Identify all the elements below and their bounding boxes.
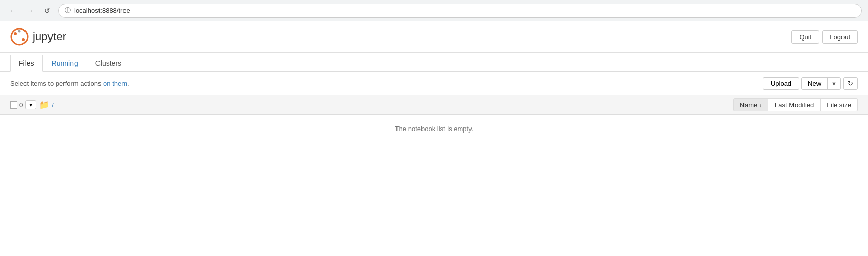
select-highlight: on them (103, 80, 127, 87)
reload-button[interactable]: ↺ (41, 4, 54, 17)
page-content: jupyter Quit Logout Files Running Cluste… (0, 21, 868, 143)
new-button[interactable]: New (802, 78, 828, 89)
forward-button[interactable]: → (23, 4, 37, 17)
breadcrumb-folder[interactable]: 📁 / (39, 100, 54, 110)
jupyter-header: jupyter Quit Logout (0, 21, 868, 53)
tabs-bar: Files Running Clusters (0, 55, 868, 72)
select-message: Select items to perform actions on them. (10, 80, 129, 87)
svg-point-2 (22, 38, 25, 41)
new-dropdown-button[interactable]: ▼ (828, 78, 840, 89)
tab-clusters[interactable]: Clusters (87, 55, 130, 72)
breadcrumb-path: / (52, 101, 54, 109)
checkbox-area: 0 ▼ (10, 100, 36, 109)
sort-name-button[interactable]: Name ↓ (733, 98, 768, 111)
sort-modified-button[interactable]: Last Modified (768, 98, 821, 111)
browser-chrome: ← → ↺ ⓘ localhost:8888/tree (0, 0, 868, 21)
count-badge: 0 (19, 101, 23, 109)
refresh-button[interactable]: ↻ (843, 77, 858, 90)
header-buttons: Quit Logout (791, 30, 858, 44)
jupyter-logo: jupyter (10, 28, 66, 46)
svg-point-1 (14, 32, 17, 35)
count-dropdown-button[interactable]: ▼ (25, 100, 36, 109)
select-all-checkbox[interactable] (10, 101, 17, 109)
url-text: localhost:8888/tree (74, 7, 130, 14)
jupyter-logo-text: jupyter (33, 30, 66, 43)
back-button[interactable]: ← (6, 4, 19, 17)
toolbar-area: Select items to perform actions on them.… (0, 72, 868, 95)
file-list-right: Name ↓ Last Modified File size (733, 98, 858, 111)
new-button-group: New ▼ (801, 77, 841, 90)
tab-running[interactable]: Running (43, 55, 87, 72)
file-list-header: 0 ▼ 📁 / Name ↓ Last Modified File size (0, 95, 868, 115)
security-icon: ⓘ (65, 6, 71, 15)
logout-button[interactable]: Logout (822, 30, 858, 44)
svg-point-3 (18, 30, 21, 33)
empty-state: The notebook list is empty. (0, 115, 868, 143)
toolbar-right: Upload New ▼ ↻ (763, 77, 858, 90)
upload-button[interactable]: Upload (763, 77, 799, 90)
file-list-left: 0 ▼ 📁 / (10, 100, 733, 110)
tab-files[interactable]: Files (10, 55, 43, 72)
folder-icon: 📁 (39, 100, 49, 110)
sort-size-button[interactable]: File size (821, 98, 858, 111)
quit-button[interactable]: Quit (791, 30, 819, 44)
jupyter-logo-icon (10, 28, 29, 46)
address-bar[interactable]: ⓘ localhost:8888/tree (58, 4, 862, 18)
